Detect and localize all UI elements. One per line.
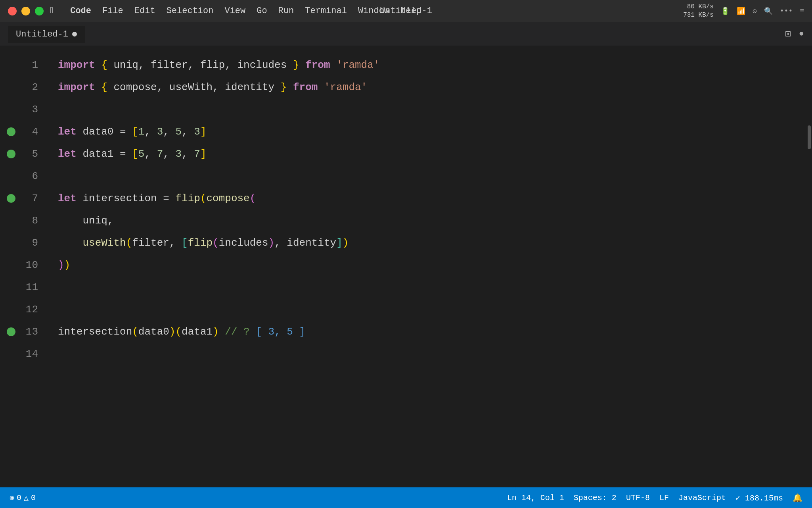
token: { <box>101 81 107 93</box>
code-content-8[interactable]: uniq, <box>50 215 812 227</box>
spotlight-icon: 🔍 <box>764 7 773 15</box>
more-icon: ••• <box>780 7 793 15</box>
traffic-lights <box>8 7 44 15</box>
statusbar-left: ⊗ 0 △ 0 <box>10 493 36 503</box>
menu-go[interactable]: Go <box>257 6 267 16</box>
code-line-9: 9 useWith(filter, [flip(includes), ident… <box>0 232 812 254</box>
token: let <box>58 126 77 138</box>
code-content-10[interactable]: )) <box>50 259 812 271</box>
battery-icon: 🔋 <box>721 7 730 15</box>
line-number-2: 2 <box>18 81 50 93</box>
apple-menu[interactable]:  <box>50 6 55 16</box>
menu-selection[interactable]: Selection <box>167 6 214 16</box>
token: ( <box>126 237 132 249</box>
menu-edit[interactable]: Edit <box>134 6 155 16</box>
code-content-9[interactable]: useWith(filter, [flip(includes), identit… <box>50 237 812 249</box>
eol[interactable]: LF <box>659 493 669 502</box>
menu-run[interactable]: Run <box>278 6 294 16</box>
token: [ <box>132 148 138 160</box>
breakpoint-area-4[interactable] <box>4 127 18 136</box>
encoding[interactable]: UTF-8 <box>626 493 650 502</box>
token: 7 <box>157 148 163 160</box>
token: data0 = <box>77 126 132 138</box>
code-line-2: 2import { compose, useWith, identity } f… <box>0 76 812 98</box>
code-area[interactable]: 1import { uniq, filter, flip, includes }… <box>0 46 812 487</box>
error-icon: ⊗ <box>10 493 14 503</box>
token <box>95 59 102 71</box>
code-content-7[interactable]: let intersection = flip(compose( <box>50 192 812 204</box>
menu-file[interactable]: File <box>102 6 123 16</box>
token: intersection <box>58 326 132 338</box>
minimize-button[interactable] <box>21 7 30 15</box>
token: , identity <box>274 237 336 249</box>
line-number-5: 5 <box>18 148 50 160</box>
list-icon: ≡ <box>800 7 804 15</box>
code-content-5[interactable]: let data1 = [5, 7, 3, 7] <box>50 148 812 160</box>
token: data1 <box>182 326 213 338</box>
token: 3 <box>157 126 163 138</box>
code-line-12: 12 <box>0 298 812 321</box>
active-tab[interactable]: Untitled-1 <box>8 25 85 43</box>
menu-view[interactable]: View <box>224 6 245 16</box>
code-content-1[interactable]: import { uniq, filter, flip, includes } … <box>50 59 812 71</box>
token: , <box>163 148 175 160</box>
breakpoint-area-5[interactable] <box>4 150 18 158</box>
token: } <box>293 59 299 71</box>
code-content-4[interactable]: let data0 = [1, 3, 5, 3] <box>50 126 812 138</box>
line-number-12: 12 <box>18 304 50 316</box>
notifications-icon[interactable]: 🔔 <box>793 493 802 503</box>
line-number-14: 14 <box>18 348 50 360</box>
token <box>58 237 82 249</box>
token: import <box>58 81 95 93</box>
close-button[interactable] <box>8 7 17 15</box>
code-line-4: 4let data0 = [1, 3, 5, 3] <box>0 121 812 143</box>
token: ( <box>213 237 219 249</box>
token: useWith <box>82 237 126 249</box>
line-number-4: 4 <box>18 126 50 138</box>
code-content-13[interactable]: intersection(data0)(data1) // ? [ 3, 5 ] <box>50 326 812 338</box>
token: includes <box>219 237 268 249</box>
token: ) <box>64 259 71 271</box>
menu-code[interactable]: Code <box>70 6 91 16</box>
token: , <box>182 148 194 160</box>
line-number-6: 6 <box>18 170 50 182</box>
line-number-10: 10 <box>18 259 50 271</box>
code-line-14: 14 <box>0 343 812 365</box>
breakpoint-area-13[interactable] <box>4 327 18 336</box>
token: let <box>58 192 77 204</box>
token: 7 <box>194 148 200 160</box>
cursor-position[interactable]: Ln 14, Col 1 <box>507 493 564 502</box>
breakpoint-area-7[interactable] <box>4 194 18 203</box>
token: , <box>144 126 157 138</box>
line-number-3: 3 <box>18 104 50 115</box>
window-title: Untitled-1 <box>380 6 432 16</box>
token: ] <box>200 126 207 138</box>
token: [ <box>182 237 188 249</box>
token: uniq, filter, flip, includes <box>107 59 293 71</box>
network-up: 80 KB/s <box>687 3 714 11</box>
line-number-1: 1 <box>18 59 50 71</box>
scrollbar[interactable] <box>806 46 812 487</box>
token: ] <box>336 237 343 249</box>
token: flip <box>188 237 213 249</box>
menu-terminal[interactable]: Terminal <box>305 6 347 16</box>
token: 3 <box>194 126 200 138</box>
token: compose, useWith, identity <box>107 81 281 93</box>
line-number-7: 7 <box>18 192 50 204</box>
wifi-icon: 📶 <box>737 7 745 15</box>
code-line-7: 7let intersection = flip(compose( <box>0 187 812 210</box>
split-editor-icon[interactable]: ⊡ <box>785 28 791 40</box>
token: ) <box>58 259 64 271</box>
code-content-2[interactable]: import { compose, useWith, identity } fr… <box>50 81 812 93</box>
token: ] <box>200 148 207 160</box>
indentation[interactable]: Spaces: 2 <box>574 493 617 502</box>
breakpoint-5 <box>7 150 15 158</box>
code-line-6: 6 <box>0 165 812 187</box>
token <box>318 81 324 93</box>
code-line-3: 3 <box>0 98 812 121</box>
token: compose <box>206 192 249 204</box>
errors-status[interactable]: ⊗ 0 △ 0 <box>10 493 36 503</box>
maximize-button[interactable] <box>35 7 44 15</box>
tab-unsaved-indicator <box>72 32 77 37</box>
language-mode[interactable]: JavaScript <box>678 493 726 502</box>
